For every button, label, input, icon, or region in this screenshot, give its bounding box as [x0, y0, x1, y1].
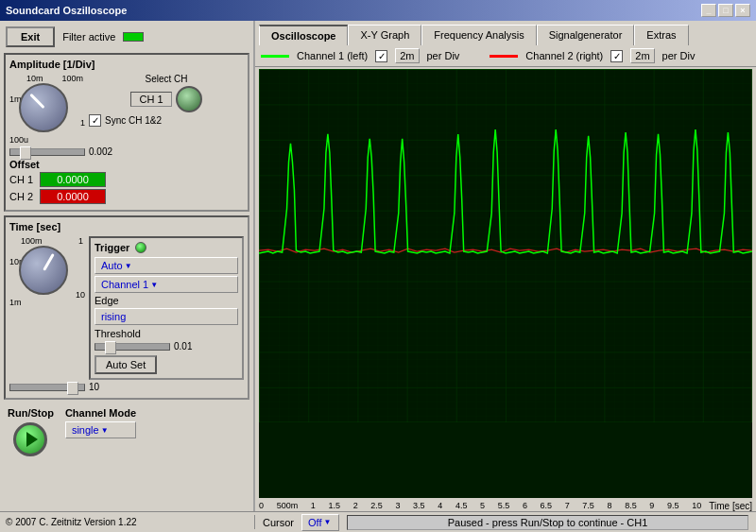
time-slider-thumb[interactable] [67, 382, 78, 395]
time-label-10: 10 [76, 290, 85, 300]
edge-title: Edge [94, 295, 238, 306]
t8_5: 8.5 [625, 501, 637, 510]
trigger-title: Trigger [94, 242, 129, 253]
amp-label-1: 1 [80, 118, 85, 128]
exit-button[interactable]: Exit [6, 26, 55, 47]
time-knob[interactable] [19, 246, 68, 295]
minimize-button[interactable]: _ [701, 4, 716, 17]
time-slider-track[interactable] [9, 384, 85, 391]
ch1-color-line [261, 55, 289, 58]
ch1-bar-label: Channel 1 (left) [297, 50, 368, 61]
ch2-offset-value[interactable]: 0.0000 [40, 189, 106, 204]
scope-grid-svg [259, 69, 752, 422]
time-section: Time [sec] 100m 10m 1m 1 10 [4, 215, 249, 400]
time-unit-label: Time [sec] [701, 501, 752, 511]
t500m: 500m [277, 501, 299, 510]
time-knob-container: 100m 10m 1m 1 10 [9, 236, 85, 307]
t0: 0 [259, 501, 264, 510]
time-title: Time [sec] [9, 221, 244, 232]
t1_5: 1.5 [328, 501, 340, 510]
amp-label-10m: 10m [26, 74, 43, 83]
amplitude-slider-track[interactable] [9, 148, 85, 156]
channel-mode-arrow: ▼ [101, 426, 109, 435]
trigger-channel-row: Channel 1 ▼ [94, 276, 238, 293]
run-stop-label: Run/Stop [8, 407, 54, 419]
offset-area: Offset CH 1 0.0000 CH 2 0.0000 [9, 159, 244, 204]
threshold-thumb[interactable] [105, 341, 116, 354]
amplitude-knob-pointer [29, 94, 44, 109]
ch1-offset-label: CH 1 [9, 174, 36, 185]
run-stop-button[interactable] [13, 422, 47, 456]
status-right: Cursor Off ▼ Paused - press Run/Stop to … [255, 512, 756, 533]
trigger-channel-arrow: ▼ [150, 281, 158, 289]
t7: 7 [565, 501, 570, 510]
maximize-button[interactable]: □ [718, 4, 733, 17]
amplitude-title: Amplitude [1/Div] [9, 59, 244, 70]
time-label-1m: 1m [9, 298, 22, 307]
close-button[interactable]: × [735, 4, 750, 17]
ch2-color-line [490, 55, 518, 58]
amplitude-slider-thumb[interactable] [20, 146, 31, 160]
threshold-value: 0.01 [174, 341, 192, 352]
time-label-100m: 100m [21, 236, 43, 246]
trigger-channel-dropdown[interactable]: Channel 1 ▼ [94, 276, 238, 293]
t2_5: 2.5 [370, 501, 383, 510]
tab-oscilloscope[interactable]: Oscilloscope [259, 25, 348, 45]
time-label-1: 1 [78, 236, 83, 246]
ch1-offset-row: CH 1 0.0000 [9, 172, 244, 187]
amplitude-knob[interactable] [19, 83, 68, 132]
amplitude-row: 10m 100m 1m 1 100u Select CH [9, 74, 244, 145]
channel-mode-label: Channel Mode [65, 407, 136, 419]
tab-signalgenerator[interactable]: Signalgenerator [537, 25, 635, 45]
amplitude-knob-container: 10m 100m 1m 1 100u [9, 74, 85, 145]
run-icon [26, 432, 38, 447]
ch-row: CH 1 [130, 86, 201, 112]
time-axis-row: 0 500m 1 1.5 2 2.5 3 3.5 4 4.5 5 5.5 6 6… [255, 500, 756, 511]
trigger-mode-dropdown[interactable]: Auto ▼ [94, 257, 238, 274]
tab-extras[interactable]: Extras [634, 25, 688, 45]
amp-label-100m: 100m [61, 74, 83, 83]
tab-frequency-analysis[interactable]: Frequency Analysis [421, 25, 536, 45]
cursor-label: Cursor [263, 517, 294, 528]
ch-display: CH 1 [130, 92, 171, 107]
ch2-per-div[interactable]: 2m [630, 48, 654, 63]
channel-bar: Channel 1 (left) ✓ 2m per Div Channel 2 … [255, 45, 756, 67]
ch1-checkbox[interactable]: ✓ [375, 50, 387, 62]
run-channel-row: Run/Stop Channel Mode single ▼ [4, 403, 249, 460]
t4_5: 4.5 [455, 501, 468, 510]
t6_5: 6.5 [541, 501, 553, 510]
channel-mode-dropdown[interactable]: single ▼ [65, 421, 136, 438]
time-right: Trigger Auto ▼ Cha [89, 236, 244, 380]
window-title: Soundcard Oszilloscope [6, 5, 127, 16]
ch-indicator [176, 86, 202, 112]
filter-indicator [123, 32, 144, 42]
time-slider-value: 10 [89, 382, 99, 392]
trigger-section: Trigger Auto ▼ Cha [89, 236, 244, 380]
auto-set-button[interactable]: Auto Set [94, 355, 157, 374]
run-stop-section: Run/Stop [4, 403, 58, 460]
title-bar-buttons[interactable]: _ □ × [701, 4, 750, 17]
amplitude-right: Select CH CH 1 ✓ Sync CH 1&2 [89, 74, 244, 129]
t8: 8 [608, 501, 612, 510]
cursor-dropdown[interactable]: Off ▼ [301, 514, 339, 531]
t6: 6 [523, 501, 527, 510]
time-slider-row: 10 [9, 382, 244, 392]
tab-xy-graph[interactable]: X-Y Graph [348, 25, 421, 45]
t7_5: 7.5 [582, 501, 594, 510]
ch1-offset-value[interactable]: 0.0000 [40, 172, 106, 187]
offset-title: Offset [9, 159, 40, 170]
time-row: 100m 10m 1m 1 10 Trigger [9, 236, 244, 380]
t2: 2 [353, 501, 358, 510]
trigger-edge-dropdown[interactable]: rising [94, 308, 238, 325]
ch1-per-div[interactable]: 2m [395, 48, 419, 63]
tab-bar: Oscilloscope X-Y Graph Frequency Analysi… [255, 21, 756, 45]
sync-checkbox[interactable]: ✓ [89, 114, 101, 127]
amp-label-100u: 100u [9, 135, 28, 145]
ch2-checkbox[interactable]: ✓ [610, 50, 623, 62]
select-ch-label: Select CH [145, 74, 187, 84]
sync-row: ✓ Sync CH 1&2 [89, 114, 244, 127]
channel-mode-section: Channel Mode single ▼ [61, 403, 140, 442]
amplitude-slider-row: 0.002 [9, 146, 244, 157]
threshold-slider[interactable] [94, 343, 170, 351]
t3: 3 [395, 501, 400, 510]
